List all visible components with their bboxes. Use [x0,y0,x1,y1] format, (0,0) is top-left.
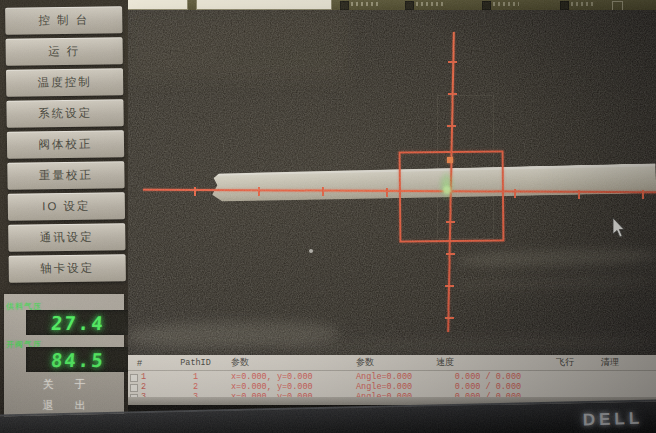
crosshair-tick [514,189,516,198]
sidebar-item-comm-settings[interactable]: 通讯设定 [8,223,125,252]
monitor-photo: 控 制 台 运 行 温度控制 系统设定 阀体校正 重量校正 IO 设定 通讯设定… [0,0,656,433]
stage-streak [458,247,656,269]
sidebar-item-run[interactable]: 运 行 [6,37,123,66]
toolbar-checkbox-label-4 [571,2,595,6]
camera-haze [128,10,348,80]
toolbar-strip [118,0,656,10]
sidebar-item-label: 重量校正 [39,168,93,184]
toolbar-checkbox-label-3 [493,2,519,6]
sidebar-item-console[interactable]: 控 制 台 [5,6,122,35]
row-pos: x=0.000, y=0.000 [223,372,348,382]
crosshair-tick [642,190,644,199]
crosshair-tick [445,285,454,287]
camera-view[interactable] [128,10,656,355]
sidebar-item-label: IO 设定 [42,199,91,215]
dispense-point [443,186,451,194]
crosshair-tick [446,253,455,255]
feed-pressure-value: 27.4 [50,312,106,334]
row-checkbox[interactable] [130,384,138,392]
valve-pressure-display: 84.5 [26,347,130,372]
mouse-cursor-icon [612,218,625,238]
path-table: # PathID 参数 参数 速度 飞行 清理 1 1 x=0.000, y=0… [128,355,656,403]
sidebar: 控 制 台 运 行 温度控制 系统设定 阀体校正 重量校正 IO 设定 通讯设定… [0,0,128,433]
toolbar-checkbox-1[interactable] [340,1,349,10]
crosshair-tick [448,93,457,95]
stage-streak [458,276,656,291]
row-angle: Angle=0.000 [348,382,428,392]
sidebar-item-label: 阀体校正 [38,137,92,153]
sidebar-item-temperature-control[interactable]: 温度控制 [6,68,123,97]
toolbar-checkbox-label-1 [351,2,381,6]
col-param-2: 参数 [348,356,428,369]
sidebar-item-io-settings[interactable]: IO 设定 [8,192,125,221]
sidebar-item-label: 通讯设定 [40,230,94,246]
toolbar-input-1[interactable] [122,0,188,10]
table-header: # PathID 参数 参数 速度 飞行 清理 [128,355,656,371]
crosshair-tick [386,188,388,197]
table-row[interactable]: 2 2 x=0.000, y=0.000 Angle=0.000 0.000 /… [128,382,656,392]
sidebar-item-label: 温度控制 [38,75,92,91]
row-path-id: 1 [168,372,223,382]
row-speed: 0.000 / 0.000 [428,382,548,392]
toolbar-input-2[interactable] [196,0,332,10]
crosshair-tick [578,190,580,199]
toolbar-checkbox-3[interactable] [482,1,491,10]
row-pos: x=0.000, y=0.000 [223,382,348,392]
crosshair-tick [447,125,456,127]
sidebar-item-label: 轴卡设定 [40,261,94,277]
row-path-id: 2 [168,382,223,392]
valve-pressure-value: 84.5 [50,349,106,371]
sidebar-item-label: 控 制 台 [38,13,89,29]
toolbar-checkbox-label-2 [416,2,444,6]
sidebar-item-system-settings[interactable]: 系统设定 [6,99,123,128]
sidebar-item-weight-calibration[interactable]: 重量校正 [7,161,124,190]
crosshair-tick [448,61,457,63]
about-button[interactable]: 关 于 [18,376,110,393]
toolbar-checkbox-2[interactable] [405,1,414,10]
col-index: # [128,358,168,368]
crosshair-tick [322,187,324,196]
col-fly: 飞行 [548,356,588,369]
row-angle: Angle=0.000 [348,372,428,382]
feed-pressure-display: 27.4 [26,310,130,335]
crosshair-tick [445,317,454,319]
toolbar-checkbox-4[interactable] [560,1,569,10]
col-path-id: PathID [168,358,223,368]
col-clean: 清理 [588,356,656,369]
crosshair-tick [258,187,260,196]
dust-speck [309,249,313,253]
row-speed: 0.000 / 0.000 [428,372,548,382]
sidebar-item-label: 运 行 [48,44,80,59]
col-param-1: 参数 [223,356,348,369]
sidebar-item-label: 系统设定 [38,106,92,122]
col-speed: 速度 [428,356,548,369]
row-checkbox[interactable] [130,374,138,382]
dell-logo: DELL [582,409,643,431]
sidebar-item-axis-card-settings[interactable]: 轴卡设定 [9,254,126,283]
sidebar-item-valve-calibration[interactable]: 阀体校正 [7,130,124,159]
table-row[interactable]: 1 1 x=0.000, y=0.000 Angle=0.000 0.000 /… [128,372,656,382]
crosshair-tick [194,187,196,196]
